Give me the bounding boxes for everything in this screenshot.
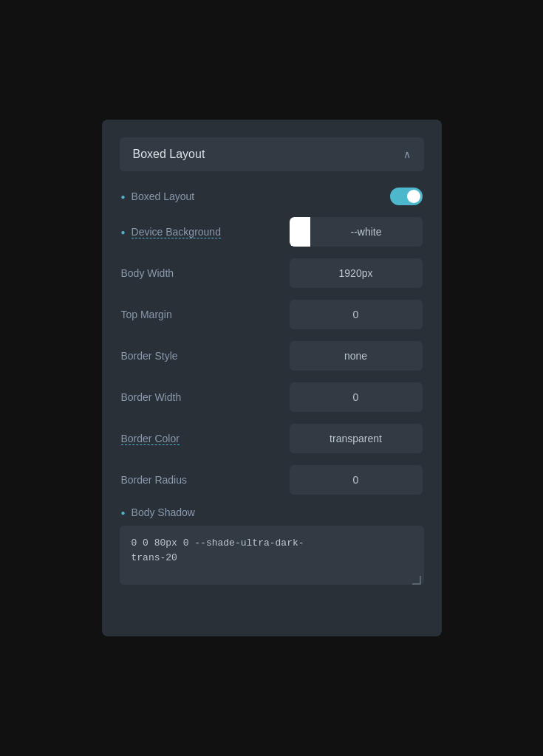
- body-shadow-label-row: ● Body Shadow: [120, 506, 424, 518]
- border-color-row: Border Color transparent: [120, 424, 424, 453]
- border-style-row: Border Style none: [120, 341, 424, 371]
- boxed-layout-row: ● Boxed Layout: [120, 188, 424, 205]
- border-style-value: none: [290, 350, 423, 362]
- border-width-row: Border Width 0: [120, 382, 424, 412]
- top-margin-control[interactable]: 0: [290, 300, 423, 329]
- color-swatch[interactable]: [290, 217, 310, 247]
- bullet-icon: ●: [121, 193, 126, 201]
- device-background-row: ● Device Background --white: [120, 217, 424, 247]
- boxed-layout-toggle[interactable]: [390, 188, 423, 205]
- body-shadow-textarea[interactable]: 0 0 80px 0 --shade-ultra-dark- trans-20: [120, 526, 424, 585]
- border-width-label: Border Width: [121, 391, 182, 403]
- border-radius-value: 0: [290, 474, 423, 486]
- body-shadow-wrapper: 0 0 80px 0 --shade-ultra-dark- trans-20: [120, 526, 424, 588]
- device-background-label: ● Device Background: [121, 226, 221, 238]
- bullet-icon: ●: [121, 228, 126, 236]
- border-radius-row: Border Radius 0: [120, 465, 424, 495]
- boxed-layout-label: ● Boxed Layout: [121, 190, 195, 202]
- border-radius-label: Border Radius: [121, 474, 188, 486]
- border-style-control[interactable]: none: [290, 341, 423, 371]
- top-margin-value: 0: [290, 309, 423, 320]
- body-width-row: Body Width 1920px: [120, 258, 424, 288]
- border-color-value: transparent: [290, 433, 423, 444]
- device-background-value: --white: [310, 226, 423, 238]
- body-width-control[interactable]: 1920px: [290, 258, 423, 288]
- device-background-control[interactable]: --white: [290, 217, 423, 247]
- border-color-control[interactable]: transparent: [290, 424, 423, 453]
- body-width-label: Body Width: [121, 267, 174, 279]
- top-margin-row: Top Margin 0: [120, 300, 424, 329]
- section-title: Boxed Layout: [133, 148, 205, 161]
- border-color-label: Border Color: [121, 433, 180, 445]
- toggle-switch[interactable]: [390, 188, 423, 205]
- border-radius-control[interactable]: 0: [290, 465, 423, 495]
- settings-panel: Boxed Layout ∧ ● Boxed Layout ● Device B…: [102, 120, 442, 636]
- body-width-value: 1920px: [290, 267, 423, 279]
- top-margin-label: Top Margin: [121, 309, 172, 320]
- border-width-control[interactable]: 0: [290, 382, 423, 412]
- body-shadow-section: ● Body Shadow 0 0 80px 0 --shade-ultra-d…: [120, 506, 424, 588]
- chevron-up-icon: ∧: [403, 148, 411, 160]
- bullet-icon: ●: [121, 509, 126, 517]
- border-style-label: Border Style: [121, 350, 178, 362]
- border-width-value: 0: [290, 391, 423, 403]
- section-header[interactable]: Boxed Layout ∧: [120, 137, 424, 171]
